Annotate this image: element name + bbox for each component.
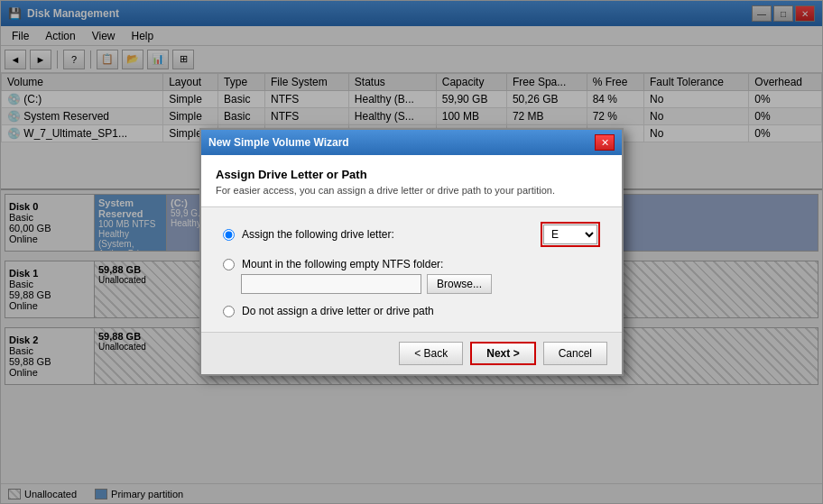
radio-label-assign-letter: Assign the following drive letter: xyxy=(242,228,533,241)
drive-letter-select[interactable]: E F G H xyxy=(543,225,597,244)
dialog-header-title: Assign Drive Letter or Path xyxy=(216,168,607,181)
drive-select-wrapper: E F G H xyxy=(541,222,600,247)
option-ntfs-folder: Mount in the following empty NTFS folder… xyxy=(223,258,600,294)
radio-assign-letter[interactable] xyxy=(223,229,235,241)
wizard-dialog: New Simple Volume Wizard ✕ Assign Drive … xyxy=(199,128,624,376)
dialog-title-bar: New Simple Volume Wizard ✕ xyxy=(201,130,622,155)
dialog-overlay: New Simple Volume Wizard ✕ Assign Drive … xyxy=(1,1,822,503)
back-button[interactable]: < Back xyxy=(399,342,463,365)
radio-no-assign[interactable] xyxy=(223,306,235,317)
dialog-title: New Simple Volume Wizard xyxy=(208,136,349,149)
option-drive-letter-row: Assign the following drive letter: E F G… xyxy=(223,222,600,247)
browse-button[interactable]: Browse... xyxy=(427,274,492,294)
cancel-button[interactable]: Cancel xyxy=(543,342,607,365)
radio-row-3: Do not assign a drive letter or drive pa… xyxy=(223,305,600,317)
dialog-body: Assign the following drive letter: E F G… xyxy=(201,207,622,332)
radio-group: Assign the following drive letter: E F G… xyxy=(223,222,600,317)
dialog-close-button[interactable]: ✕ xyxy=(595,134,615,151)
radio-row-2: Mount in the following empty NTFS folder… xyxy=(223,258,600,270)
ntfs-folder-row: Browse... xyxy=(241,274,600,294)
dialog-header-sub: For easier access, you can assign a driv… xyxy=(216,185,607,196)
radio-mount-ntfs[interactable] xyxy=(223,259,235,270)
dialog-header: Assign Drive Letter or Path For easier a… xyxy=(201,155,622,207)
next-button[interactable]: Next > xyxy=(470,342,535,365)
dialog-footer: < Back Next > Cancel xyxy=(201,332,622,374)
radio-row-1: Assign the following drive letter: E F G… xyxy=(223,222,600,247)
radio-label-no-assign: Do not assign a drive letter or drive pa… xyxy=(242,305,600,317)
ntfs-folder-input[interactable] xyxy=(241,274,421,294)
main-window: 💾 Disk Management — □ ✕ File Action View… xyxy=(0,0,823,504)
radio-label-mount-ntfs: Mount in the following empty NTFS folder… xyxy=(242,258,600,270)
